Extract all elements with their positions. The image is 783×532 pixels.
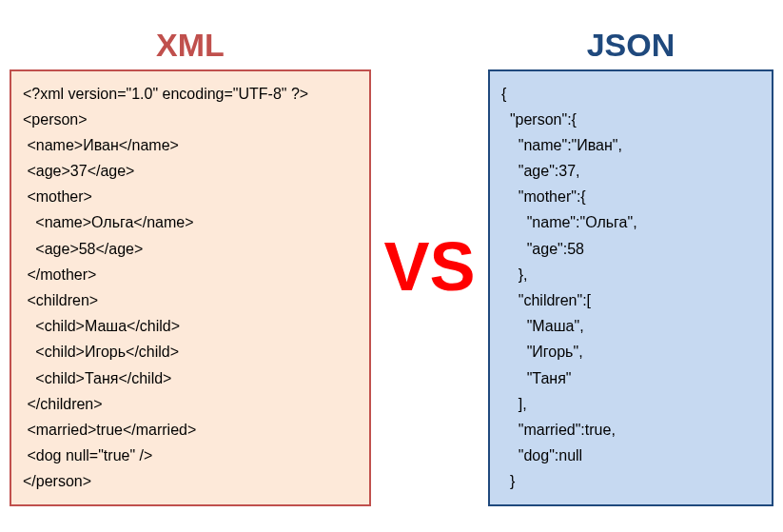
json-title: JSON (587, 27, 675, 64)
xml-column: XML <?xml version="1.0" encoding="UTF-8"… (10, 27, 371, 506)
vs-label: VS (374, 227, 484, 305)
json-column: JSON { "person":{ "name":"Иван", "age":3… (488, 27, 773, 506)
comparison-layout: XML <?xml version="1.0" encoding="UTF-8"… (10, 10, 773, 522)
xml-title: XML (156, 27, 225, 64)
xml-code-box: <?xml version="1.0" encoding="UTF-8" ?> … (10, 69, 371, 506)
json-code-box: { "person":{ "name":"Иван", "age":37, "m… (488, 69, 773, 506)
